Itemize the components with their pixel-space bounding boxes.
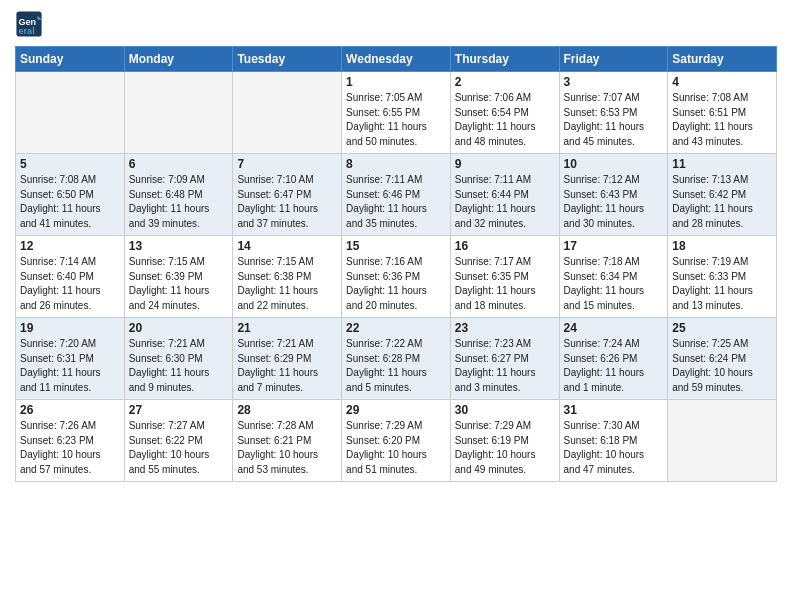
calendar-cell: 10Sunrise: 7:12 AM Sunset: 6:43 PM Dayli…	[559, 154, 668, 236]
day-number: 26	[20, 403, 120, 417]
day-number: 24	[564, 321, 664, 335]
day-number: 25	[672, 321, 772, 335]
logo: Gen eral	[15, 10, 45, 38]
week-row-4: 19Sunrise: 7:20 AM Sunset: 6:31 PM Dayli…	[16, 318, 777, 400]
header-row: Gen eral	[15, 10, 777, 38]
calendar-cell: 14Sunrise: 7:15 AM Sunset: 6:38 PM Dayli…	[233, 236, 342, 318]
day-number: 10	[564, 157, 664, 171]
day-number: 3	[564, 75, 664, 89]
calendar-cell: 22Sunrise: 7:22 AM Sunset: 6:28 PM Dayli…	[342, 318, 451, 400]
day-info: Sunrise: 7:15 AM Sunset: 6:38 PM Dayligh…	[237, 255, 337, 313]
calendar-cell: 19Sunrise: 7:20 AM Sunset: 6:31 PM Dayli…	[16, 318, 125, 400]
day-info: Sunrise: 7:13 AM Sunset: 6:42 PM Dayligh…	[672, 173, 772, 231]
day-number: 13	[129, 239, 229, 253]
calendar-cell: 21Sunrise: 7:21 AM Sunset: 6:29 PM Dayli…	[233, 318, 342, 400]
day-number: 23	[455, 321, 555, 335]
calendar-cell: 9Sunrise: 7:11 AM Sunset: 6:44 PM Daylig…	[450, 154, 559, 236]
calendar-cell: 7Sunrise: 7:10 AM Sunset: 6:47 PM Daylig…	[233, 154, 342, 236]
day-number: 2	[455, 75, 555, 89]
calendar-cell: 17Sunrise: 7:18 AM Sunset: 6:34 PM Dayli…	[559, 236, 668, 318]
day-number: 20	[129, 321, 229, 335]
weekday-header-sunday: Sunday	[16, 47, 125, 72]
day-info: Sunrise: 7:11 AM Sunset: 6:44 PM Dayligh…	[455, 173, 555, 231]
day-number: 19	[20, 321, 120, 335]
day-info: Sunrise: 7:16 AM Sunset: 6:36 PM Dayligh…	[346, 255, 446, 313]
svg-text:eral: eral	[19, 26, 35, 36]
weekday-header-thursday: Thursday	[450, 47, 559, 72]
day-info: Sunrise: 7:21 AM Sunset: 6:29 PM Dayligh…	[237, 337, 337, 395]
calendar-cell: 12Sunrise: 7:14 AM Sunset: 6:40 PM Dayli…	[16, 236, 125, 318]
calendar-cell: 20Sunrise: 7:21 AM Sunset: 6:30 PM Dayli…	[124, 318, 233, 400]
day-info: Sunrise: 7:08 AM Sunset: 6:50 PM Dayligh…	[20, 173, 120, 231]
calendar-cell: 2Sunrise: 7:06 AM Sunset: 6:54 PM Daylig…	[450, 72, 559, 154]
calendar-cell: 6Sunrise: 7:09 AM Sunset: 6:48 PM Daylig…	[124, 154, 233, 236]
day-info: Sunrise: 7:05 AM Sunset: 6:55 PM Dayligh…	[346, 91, 446, 149]
day-info: Sunrise: 7:23 AM Sunset: 6:27 PM Dayligh…	[455, 337, 555, 395]
day-info: Sunrise: 7:09 AM Sunset: 6:48 PM Dayligh…	[129, 173, 229, 231]
day-info: Sunrise: 7:11 AM Sunset: 6:46 PM Dayligh…	[346, 173, 446, 231]
day-info: Sunrise: 7:15 AM Sunset: 6:39 PM Dayligh…	[129, 255, 229, 313]
calendar-cell	[233, 72, 342, 154]
calendar-cell	[16, 72, 125, 154]
day-number: 5	[20, 157, 120, 171]
day-info: Sunrise: 7:20 AM Sunset: 6:31 PM Dayligh…	[20, 337, 120, 395]
weekday-header-saturday: Saturday	[668, 47, 777, 72]
day-info: Sunrise: 7:25 AM Sunset: 6:24 PM Dayligh…	[672, 337, 772, 395]
day-number: 30	[455, 403, 555, 417]
day-info: Sunrise: 7:19 AM Sunset: 6:33 PM Dayligh…	[672, 255, 772, 313]
day-number: 18	[672, 239, 772, 253]
calendar-cell: 5Sunrise: 7:08 AM Sunset: 6:50 PM Daylig…	[16, 154, 125, 236]
calendar-cell: 30Sunrise: 7:29 AM Sunset: 6:19 PM Dayli…	[450, 400, 559, 482]
weekday-header-tuesday: Tuesday	[233, 47, 342, 72]
day-info: Sunrise: 7:17 AM Sunset: 6:35 PM Dayligh…	[455, 255, 555, 313]
day-info: Sunrise: 7:29 AM Sunset: 6:19 PM Dayligh…	[455, 419, 555, 477]
calendar-cell: 1Sunrise: 7:05 AM Sunset: 6:55 PM Daylig…	[342, 72, 451, 154]
day-info: Sunrise: 7:14 AM Sunset: 6:40 PM Dayligh…	[20, 255, 120, 313]
day-info: Sunrise: 7:28 AM Sunset: 6:21 PM Dayligh…	[237, 419, 337, 477]
day-number: 14	[237, 239, 337, 253]
day-number: 4	[672, 75, 772, 89]
day-number: 28	[237, 403, 337, 417]
week-row-1: 1Sunrise: 7:05 AM Sunset: 6:55 PM Daylig…	[16, 72, 777, 154]
calendar-cell: 3Sunrise: 7:07 AM Sunset: 6:53 PM Daylig…	[559, 72, 668, 154]
day-number: 22	[346, 321, 446, 335]
weekday-header-wednesday: Wednesday	[342, 47, 451, 72]
calendar-cell	[668, 400, 777, 482]
week-row-2: 5Sunrise: 7:08 AM Sunset: 6:50 PM Daylig…	[16, 154, 777, 236]
week-row-3: 12Sunrise: 7:14 AM Sunset: 6:40 PM Dayli…	[16, 236, 777, 318]
day-info: Sunrise: 7:21 AM Sunset: 6:30 PM Dayligh…	[129, 337, 229, 395]
day-info: Sunrise: 7:29 AM Sunset: 6:20 PM Dayligh…	[346, 419, 446, 477]
day-number: 29	[346, 403, 446, 417]
calendar-cell: 13Sunrise: 7:15 AM Sunset: 6:39 PM Dayli…	[124, 236, 233, 318]
calendar-cell: 25Sunrise: 7:25 AM Sunset: 6:24 PM Dayli…	[668, 318, 777, 400]
day-number: 9	[455, 157, 555, 171]
calendar-cell: 29Sunrise: 7:29 AM Sunset: 6:20 PM Dayli…	[342, 400, 451, 482]
day-number: 8	[346, 157, 446, 171]
day-info: Sunrise: 7:12 AM Sunset: 6:43 PM Dayligh…	[564, 173, 664, 231]
day-number: 12	[20, 239, 120, 253]
calendar-cell: 31Sunrise: 7:30 AM Sunset: 6:18 PM Dayli…	[559, 400, 668, 482]
week-row-5: 26Sunrise: 7:26 AM Sunset: 6:23 PM Dayli…	[16, 400, 777, 482]
day-info: Sunrise: 7:10 AM Sunset: 6:47 PM Dayligh…	[237, 173, 337, 231]
day-info: Sunrise: 7:08 AM Sunset: 6:51 PM Dayligh…	[672, 91, 772, 149]
calendar-cell: 18Sunrise: 7:19 AM Sunset: 6:33 PM Dayli…	[668, 236, 777, 318]
logo-icon: Gen eral	[15, 10, 43, 38]
day-number: 1	[346, 75, 446, 89]
calendar-cell: 4Sunrise: 7:08 AM Sunset: 6:51 PM Daylig…	[668, 72, 777, 154]
day-info: Sunrise: 7:24 AM Sunset: 6:26 PM Dayligh…	[564, 337, 664, 395]
day-info: Sunrise: 7:26 AM Sunset: 6:23 PM Dayligh…	[20, 419, 120, 477]
weekday-header-monday: Monday	[124, 47, 233, 72]
calendar-cell: 23Sunrise: 7:23 AM Sunset: 6:27 PM Dayli…	[450, 318, 559, 400]
day-number: 16	[455, 239, 555, 253]
calendar-cell	[124, 72, 233, 154]
day-number: 7	[237, 157, 337, 171]
calendar-cell: 26Sunrise: 7:26 AM Sunset: 6:23 PM Dayli…	[16, 400, 125, 482]
calendar-cell: 16Sunrise: 7:17 AM Sunset: 6:35 PM Dayli…	[450, 236, 559, 318]
calendar-cell: 15Sunrise: 7:16 AM Sunset: 6:36 PM Dayli…	[342, 236, 451, 318]
day-info: Sunrise: 7:07 AM Sunset: 6:53 PM Dayligh…	[564, 91, 664, 149]
calendar-cell: 8Sunrise: 7:11 AM Sunset: 6:46 PM Daylig…	[342, 154, 451, 236]
day-number: 11	[672, 157, 772, 171]
main-container: Gen eral SundayMondayTuesdayWednesdayThu…	[0, 0, 792, 487]
day-number: 31	[564, 403, 664, 417]
day-info: Sunrise: 7:30 AM Sunset: 6:18 PM Dayligh…	[564, 419, 664, 477]
